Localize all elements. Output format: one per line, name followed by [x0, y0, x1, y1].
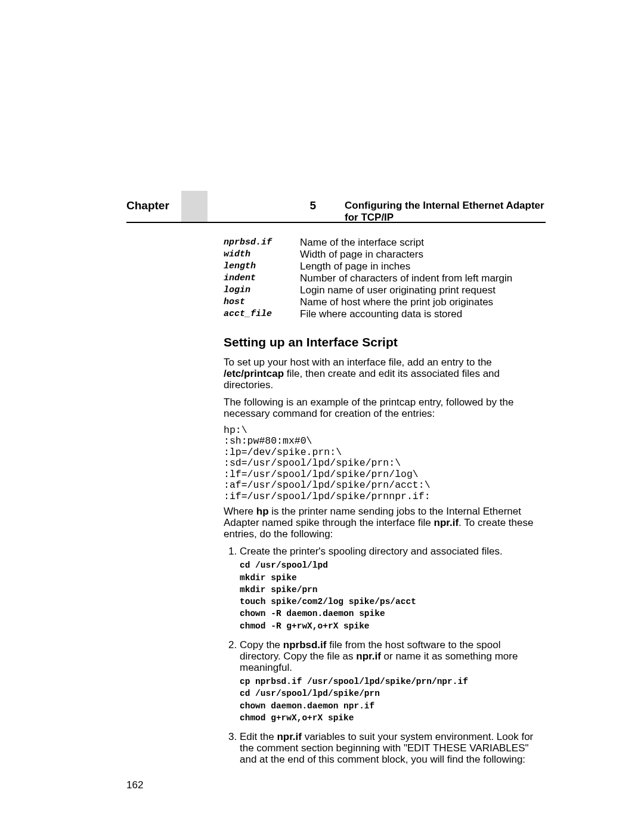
- def-desc: Name of the interface script: [300, 237, 543, 248]
- paragraph: The following is an example of the print…: [224, 397, 543, 419]
- page-number: 162: [126, 779, 143, 791]
- definition-list: nprbsd.if Name of the interface script w…: [224, 237, 543, 320]
- text-bold: nprbsd.if: [283, 639, 327, 651]
- def-desc: Width of page in characters: [300, 249, 543, 260]
- paragraph: To set up your host with an interface fi…: [224, 357, 543, 391]
- step-item: Copy the nprbsd.if file from the host so…: [240, 639, 543, 724]
- paragraph: Where hp is the printer name sending job…: [224, 506, 543, 540]
- text: To set up your host with an interface fi…: [224, 357, 492, 368]
- def-term: width: [224, 249, 300, 260]
- text-bold: /etc/printcap: [224, 368, 284, 379]
- chapter-number: 5: [309, 199, 316, 212]
- step-item: Create the printer's spooling directory …: [240, 546, 543, 632]
- text-bold: npr.if: [434, 517, 459, 528]
- def-term: acct_file: [224, 308, 300, 320]
- chapter-label: Chapter: [126, 199, 169, 212]
- text: Where: [224, 506, 256, 517]
- def-desc: Login name of user originating print req…: [300, 284, 543, 296]
- text-bold: hp: [256, 506, 269, 517]
- text-bold: npr.if: [277, 731, 302, 742]
- section-heading: Setting up an Interface Script: [224, 335, 543, 349]
- code-block: cd /usr/spool/lpd mkdir spike mkdir spik…: [240, 559, 543, 632]
- text: Copy the: [240, 639, 283, 651]
- text-bold: npr.if: [356, 651, 381, 662]
- code-block-printcap: hp:\ :sh:pw#80:mx#0\ :lp=/dev/spike.prn:…: [224, 425, 543, 502]
- def-desc: Number of characters of indent from left…: [300, 272, 543, 284]
- def-term: nprbsd.if: [224, 237, 300, 248]
- ordered-steps: Create the printer's spooling directory …: [224, 546, 543, 765]
- def-term: length: [224, 261, 300, 272]
- def-desc: Name of host where the print job origina…: [300, 296, 543, 308]
- text: Create the printer's spooling directory …: [240, 546, 503, 557]
- def-desc: File where accounting data is stored: [300, 308, 543, 320]
- chapter-title: Configuring the Internal Ethernet Adapte…: [345, 200, 546, 224]
- def-term: indent: [224, 272, 300, 284]
- def-term: host: [224, 296, 300, 308]
- main-content: nprbsd.if Name of the interface script w…: [224, 237, 543, 772]
- text: Edit the: [240, 731, 277, 742]
- def-term: login: [224, 284, 300, 296]
- code-block: cp nprbsd.if /usr/spool/lpd/spike/prn/np…: [240, 676, 543, 724]
- def-desc: Length of page in inches: [300, 261, 543, 272]
- step-item: Edit the npr.if variables to suit your s…: [240, 731, 543, 765]
